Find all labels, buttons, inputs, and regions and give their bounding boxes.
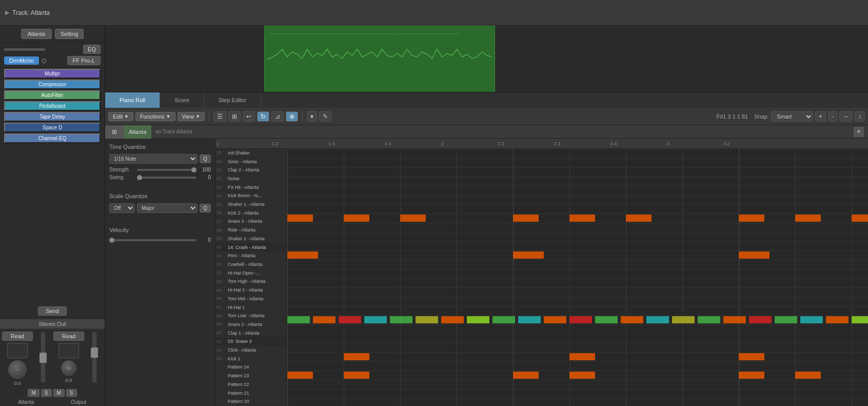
pedalboard-plugin[interactable]: Pedalboard bbox=[4, 101, 101, 111]
note-block[interactable] bbox=[672, 316, 695, 323]
note-block[interactable] bbox=[344, 353, 369, 360]
note-block[interactable] bbox=[569, 316, 592, 323]
note-block[interactable] bbox=[287, 252, 318, 259]
link-icon[interactable]: ⊙ bbox=[41, 56, 47, 65]
eq-button[interactable]: EQ bbox=[83, 45, 101, 54]
expand-button[interactable]: ↔ bbox=[839, 111, 853, 122]
note-block[interactable] bbox=[513, 252, 544, 259]
note-block[interactable] bbox=[698, 316, 720, 323]
note-block[interactable] bbox=[441, 316, 464, 323]
zoom-in-button[interactable]: + bbox=[815, 111, 826, 122]
note-block[interactable] bbox=[626, 215, 652, 222]
solo-button-1[interactable]: S bbox=[41, 389, 52, 397]
edit-button[interactable]: Edit ▼ bbox=[108, 112, 133, 121]
fader-2[interactable] bbox=[92, 332, 97, 383]
ff-button[interactable]: FF Pro-L bbox=[67, 56, 101, 65]
region-expand-button[interactable]: ▼ bbox=[854, 127, 864, 137]
note-block[interactable] bbox=[739, 215, 764, 222]
scale-off-select[interactable]: Off On bbox=[109, 203, 135, 213]
note-block[interactable] bbox=[400, 215, 426, 222]
tape-delay-plugin[interactable]: Tape Delay bbox=[4, 112, 101, 122]
snap-select[interactable]: Smart Bar Beat 1/4 Note 1/8 Note 1/16 No… bbox=[771, 111, 813, 122]
strength-slider[interactable] bbox=[137, 169, 196, 171]
fader-1[interactable] bbox=[41, 332, 46, 383]
swing-slider[interactable] bbox=[137, 177, 196, 179]
note-block[interactable] bbox=[826, 316, 849, 323]
note-block[interactable] bbox=[544, 316, 566, 323]
view-button[interactable]: View ▼ bbox=[177, 112, 205, 121]
channel-eq-plugin[interactable]: Channel EQ bbox=[4, 133, 101, 143]
atlanta-button[interactable]: Atlanta bbox=[21, 29, 52, 39]
zoom-button[interactable]: ⊿ bbox=[271, 111, 284, 122]
note-block[interactable] bbox=[775, 316, 797, 323]
note-block[interactable] bbox=[344, 372, 369, 379]
velocity-thumb[interactable] bbox=[109, 238, 114, 243]
note-block[interactable] bbox=[313, 316, 336, 323]
note-block[interactable] bbox=[852, 215, 868, 222]
velocity-slider[interactable] bbox=[109, 239, 196, 241]
compressor-plugin[interactable]: Compressor bbox=[4, 80, 101, 89]
note-block[interactable] bbox=[569, 353, 595, 360]
note-block[interactable] bbox=[800, 316, 823, 323]
fader-handle-1[interactable] bbox=[40, 353, 47, 363]
scale-key-select[interactable]: Major Minor bbox=[137, 203, 198, 213]
note-block[interactable] bbox=[364, 316, 387, 323]
note-block[interactable] bbox=[287, 372, 313, 379]
note-block[interactable] bbox=[739, 353, 764, 360]
multipr-plugin[interactable]: Multipr bbox=[4, 69, 101, 79]
note-block[interactable] bbox=[569, 215, 595, 222]
scale-q-button[interactable]: Q bbox=[200, 204, 211, 212]
channel-slider[interactable] bbox=[4, 48, 45, 51]
drmmchn-button[interactable]: DrmMchn bbox=[4, 56, 39, 65]
note-block[interactable] bbox=[390, 316, 412, 323]
note-block[interactable] bbox=[344, 215, 369, 222]
note-block[interactable] bbox=[287, 215, 313, 222]
mute-button-2[interactable]: M bbox=[53, 389, 65, 397]
notes-canvas[interactable] bbox=[287, 149, 868, 406]
note-block[interactable] bbox=[569, 372, 595, 379]
region-grid-icon[interactable]: ⊞ bbox=[105, 125, 124, 139]
note-block[interactable] bbox=[513, 215, 539, 222]
note-block[interactable] bbox=[492, 316, 515, 323]
note-block[interactable] bbox=[739, 252, 770, 259]
note-block[interactable] bbox=[852, 316, 868, 323]
quantize-q-button[interactable]: Q bbox=[200, 154, 211, 163]
note-block[interactable] bbox=[287, 316, 310, 323]
tab-step-editor[interactable]: Step Editor bbox=[204, 92, 261, 108]
autofilter-plugin[interactable]: AutoFilter bbox=[4, 90, 101, 100]
stereo-out-button[interactable]: Stereo Out bbox=[0, 319, 105, 329]
note-block[interactable] bbox=[339, 316, 361, 323]
zoom-out-button[interactable]: - bbox=[828, 111, 837, 122]
pan-knob-2[interactable]: +2 bbox=[61, 360, 76, 376]
note-block[interactable] bbox=[595, 316, 618, 323]
tab-score[interactable]: Score bbox=[160, 92, 204, 108]
strength-thumb[interactable] bbox=[191, 167, 196, 172]
space-d-plugin[interactable]: Space D bbox=[4, 123, 101, 132]
note-block[interactable] bbox=[795, 215, 821, 222]
read-button-2[interactable]: Read bbox=[53, 332, 84, 341]
list-icon-button[interactable]: ☰ bbox=[213, 111, 226, 122]
functions-button[interactable]: Functions ▼ bbox=[135, 112, 175, 121]
solo-button-2[interactable]: S bbox=[66, 389, 77, 397]
expand-v-button[interactable]: ↕ bbox=[855, 111, 865, 122]
mute-button-1[interactable]: M bbox=[28, 389, 39, 397]
note-block[interactable] bbox=[467, 316, 489, 323]
link-button[interactable]: ⊕ bbox=[286, 111, 298, 122]
note-block[interactable] bbox=[646, 316, 669, 323]
note-block[interactable] bbox=[518, 316, 541, 323]
loop-button[interactable]: ↻ bbox=[257, 111, 269, 122]
note-block[interactable] bbox=[513, 372, 539, 379]
quantize-note-select[interactable]: 1/16 Note 1/8 Note 1/4 Note bbox=[109, 154, 198, 164]
note-block[interactable] bbox=[416, 316, 438, 323]
pencil-tool[interactable]: ✎ bbox=[319, 111, 331, 122]
read-button-1[interactable]: Read bbox=[2, 332, 33, 341]
tab-piano-roll[interactable]: Piano Roll bbox=[105, 92, 160, 108]
note-block[interactable] bbox=[723, 316, 746, 323]
select-tool[interactable]: ▾ bbox=[307, 111, 317, 122]
swing-thumb[interactable] bbox=[137, 175, 142, 180]
pan-knob-1[interactable]: • bbox=[8, 360, 27, 379]
send-button[interactable]: Send bbox=[38, 306, 67, 316]
note-block[interactable] bbox=[739, 372, 764, 379]
note-block[interactable] bbox=[749, 316, 772, 323]
fader-handle-2[interactable] bbox=[91, 347, 98, 358]
